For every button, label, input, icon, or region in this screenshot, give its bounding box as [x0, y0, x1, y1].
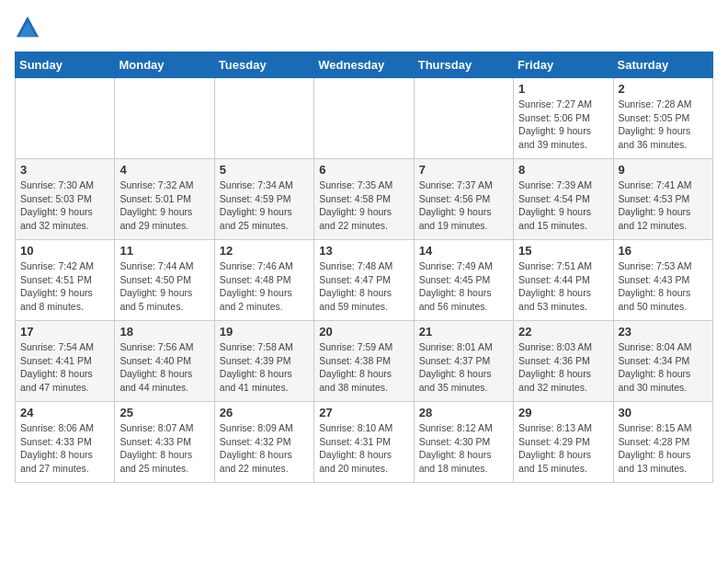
day-info-5: Sunrise: 7:34 AM Sunset: 4:59 PM Dayligh…: [220, 178, 309, 233]
day-info-22: Sunrise: 8:03 AM Sunset: 4:36 PM Dayligh…: [518, 340, 608, 395]
day-cell-2: 2Sunrise: 7:28 AM Sunset: 5:05 PM Daylig…: [613, 78, 712, 159]
day-info-26: Sunrise: 8:09 AM Sunset: 4:32 PM Dayligh…: [220, 421, 309, 476]
day-number-27: 27: [319, 406, 408, 419]
day-number-5: 5: [220, 163, 309, 177]
day-info-12: Sunrise: 7:46 AM Sunset: 4:48 PM Dayligh…: [220, 259, 309, 314]
day-info-21: Sunrise: 8:01 AM Sunset: 4:37 PM Dayligh…: [419, 340, 508, 395]
day-number-4: 4: [119, 163, 209, 177]
day-info-28: Sunrise: 8:12 AM Sunset: 4:30 PM Dayligh…: [419, 421, 508, 476]
empty-cell: [414, 78, 513, 159]
calendar-table: SundayMondayTuesdayWednesdayThursdayFrid…: [15, 52, 713, 483]
day-cell-17: 17Sunrise: 7:54 AM Sunset: 4:41 PM Dayli…: [16, 321, 115, 402]
day-number-30: 30: [619, 406, 708, 419]
day-number-17: 17: [20, 325, 109, 339]
day-cell-29: 29Sunrise: 8:13 AM Sunset: 4:29 PM Dayli…: [514, 402, 613, 483]
day-number-13: 13: [319, 244, 408, 258]
week-row-2: 3Sunrise: 7:30 AM Sunset: 5:03 PM Daylig…: [16, 159, 713, 240]
day-info-27: Sunrise: 8:10 AM Sunset: 4:31 PM Dayligh…: [319, 421, 408, 476]
day-cell-30: 30Sunrise: 8:15 AM Sunset: 4:28 PM Dayli…: [613, 402, 712, 483]
day-cell-5: 5Sunrise: 7:34 AM Sunset: 4:59 PM Daylig…: [214, 159, 313, 240]
day-info-19: Sunrise: 7:58 AM Sunset: 4:39 PM Dayligh…: [220, 340, 309, 395]
day-cell-4: 4Sunrise: 7:32 AM Sunset: 5:01 PM Daylig…: [115, 159, 214, 240]
day-number-16: 16: [619, 244, 708, 258]
day-number-20: 20: [319, 325, 408, 339]
day-cell-6: 6Sunrise: 7:35 AM Sunset: 4:58 PM Daylig…: [314, 159, 414, 240]
day-info-17: Sunrise: 7:54 AM Sunset: 4:41 PM Dayligh…: [20, 340, 109, 395]
day-cell-24: 24Sunrise: 8:06 AM Sunset: 4:33 PM Dayli…: [16, 402, 115, 483]
day-info-7: Sunrise: 7:37 AM Sunset: 4:56 PM Dayligh…: [419, 178, 508, 233]
empty-cell: [115, 78, 214, 159]
day-number-28: 28: [419, 406, 508, 419]
day-number-9: 9: [619, 163, 708, 177]
empty-cell: [214, 78, 313, 159]
weekday-header-thursday: Thursday: [414, 52, 513, 78]
day-number-14: 14: [419, 244, 508, 258]
day-cell-10: 10Sunrise: 7:42 AM Sunset: 4:51 PM Dayli…: [16, 240, 115, 321]
day-info-9: Sunrise: 7:41 AM Sunset: 4:53 PM Dayligh…: [619, 178, 708, 233]
day-info-10: Sunrise: 7:42 AM Sunset: 4:51 PM Dayligh…: [20, 259, 109, 314]
day-info-18: Sunrise: 7:56 AM Sunset: 4:40 PM Dayligh…: [119, 340, 209, 395]
day-cell-3: 3Sunrise: 7:30 AM Sunset: 5:03 PM Daylig…: [16, 159, 115, 240]
week-row-3: 10Sunrise: 7:42 AM Sunset: 4:51 PM Dayli…: [16, 240, 713, 321]
day-number-15: 15: [518, 244, 608, 258]
logo: [15, 15, 44, 40]
day-number-23: 23: [619, 325, 708, 339]
empty-cell: [314, 78, 414, 159]
day-number-10: 10: [20, 244, 109, 258]
day-cell-8: 8Sunrise: 7:39 AM Sunset: 4:54 PM Daylig…: [514, 159, 613, 240]
day-cell-20: 20Sunrise: 7:59 AM Sunset: 4:38 PM Dayli…: [314, 321, 414, 402]
week-row-1: 1Sunrise: 7:27 AM Sunset: 5:06 PM Daylig…: [16, 78, 713, 159]
day-info-16: Sunrise: 7:53 AM Sunset: 4:43 PM Dayligh…: [619, 259, 708, 314]
day-cell-19: 19Sunrise: 7:58 AM Sunset: 4:39 PM Dayli…: [214, 321, 313, 402]
day-info-20: Sunrise: 7:59 AM Sunset: 4:38 PM Dayligh…: [319, 340, 408, 395]
day-cell-22: 22Sunrise: 8:03 AM Sunset: 4:36 PM Dayli…: [514, 321, 613, 402]
day-number-11: 11: [119, 244, 209, 258]
day-number-29: 29: [518, 406, 608, 419]
day-info-14: Sunrise: 7:49 AM Sunset: 4:45 PM Dayligh…: [419, 259, 508, 314]
day-cell-25: 25Sunrise: 8:07 AM Sunset: 4:33 PM Dayli…: [115, 402, 214, 483]
day-number-8: 8: [518, 163, 608, 177]
day-info-13: Sunrise: 7:48 AM Sunset: 4:47 PM Dayligh…: [319, 259, 408, 314]
day-number-24: 24: [20, 406, 109, 419]
day-cell-7: 7Sunrise: 7:37 AM Sunset: 4:56 PM Daylig…: [414, 159, 513, 240]
day-cell-18: 18Sunrise: 7:56 AM Sunset: 4:40 PM Dayli…: [115, 321, 214, 402]
day-info-3: Sunrise: 7:30 AM Sunset: 5:03 PM Dayligh…: [20, 178, 109, 233]
day-info-23: Sunrise: 8:04 AM Sunset: 4:34 PM Dayligh…: [619, 340, 708, 395]
day-cell-21: 21Sunrise: 8:01 AM Sunset: 4:37 PM Dayli…: [414, 321, 513, 402]
empty-cell: [16, 78, 115, 159]
day-cell-26: 26Sunrise: 8:09 AM Sunset: 4:32 PM Dayli…: [214, 402, 313, 483]
day-number-25: 25: [119, 406, 209, 419]
day-cell-9: 9Sunrise: 7:41 AM Sunset: 4:53 PM Daylig…: [613, 159, 712, 240]
weekday-header-sunday: Sunday: [16, 52, 115, 78]
day-cell-13: 13Sunrise: 7:48 AM Sunset: 4:47 PM Dayli…: [314, 240, 414, 321]
day-info-15: Sunrise: 7:51 AM Sunset: 4:44 PM Dayligh…: [518, 259, 608, 314]
day-cell-15: 15Sunrise: 7:51 AM Sunset: 4:44 PM Dayli…: [514, 240, 613, 321]
week-row-4: 17Sunrise: 7:54 AM Sunset: 4:41 PM Dayli…: [16, 321, 713, 402]
day-number-2: 2: [619, 82, 708, 96]
day-number-19: 19: [220, 325, 309, 339]
day-cell-28: 28Sunrise: 8:12 AM Sunset: 4:30 PM Dayli…: [414, 402, 513, 483]
day-number-1: 1: [518, 82, 608, 96]
day-cell-23: 23Sunrise: 8:04 AM Sunset: 4:34 PM Dayli…: [613, 321, 712, 402]
day-cell-27: 27Sunrise: 8:10 AM Sunset: 4:31 PM Dayli…: [314, 402, 414, 483]
day-info-6: Sunrise: 7:35 AM Sunset: 4:58 PM Dayligh…: [319, 178, 408, 233]
day-cell-12: 12Sunrise: 7:46 AM Sunset: 4:48 PM Dayli…: [214, 240, 313, 321]
weekday-header-row: SundayMondayTuesdayWednesdayThursdayFrid…: [16, 52, 713, 78]
day-cell-16: 16Sunrise: 7:53 AM Sunset: 4:43 PM Dayli…: [613, 240, 712, 321]
day-number-6: 6: [319, 163, 408, 177]
weekday-header-saturday: Saturday: [613, 52, 712, 78]
page-header: [15, 15, 713, 40]
day-info-11: Sunrise: 7:44 AM Sunset: 4:50 PM Dayligh…: [119, 259, 209, 314]
day-number-7: 7: [419, 163, 508, 177]
week-row-5: 24Sunrise: 8:06 AM Sunset: 4:33 PM Dayli…: [16, 402, 713, 483]
day-info-25: Sunrise: 8:07 AM Sunset: 4:33 PM Dayligh…: [119, 421, 209, 476]
day-number-21: 21: [419, 325, 508, 339]
day-info-1: Sunrise: 7:27 AM Sunset: 5:06 PM Dayligh…: [518, 98, 608, 152]
day-info-8: Sunrise: 7:39 AM Sunset: 4:54 PM Dayligh…: [518, 178, 608, 233]
weekday-header-tuesday: Tuesday: [214, 52, 313, 78]
day-info-29: Sunrise: 8:13 AM Sunset: 4:29 PM Dayligh…: [518, 421, 608, 476]
weekday-header-monday: Monday: [115, 52, 214, 78]
day-info-30: Sunrise: 8:15 AM Sunset: 4:28 PM Dayligh…: [619, 421, 708, 476]
day-info-24: Sunrise: 8:06 AM Sunset: 4:33 PM Dayligh…: [20, 421, 109, 476]
day-number-12: 12: [220, 244, 309, 258]
